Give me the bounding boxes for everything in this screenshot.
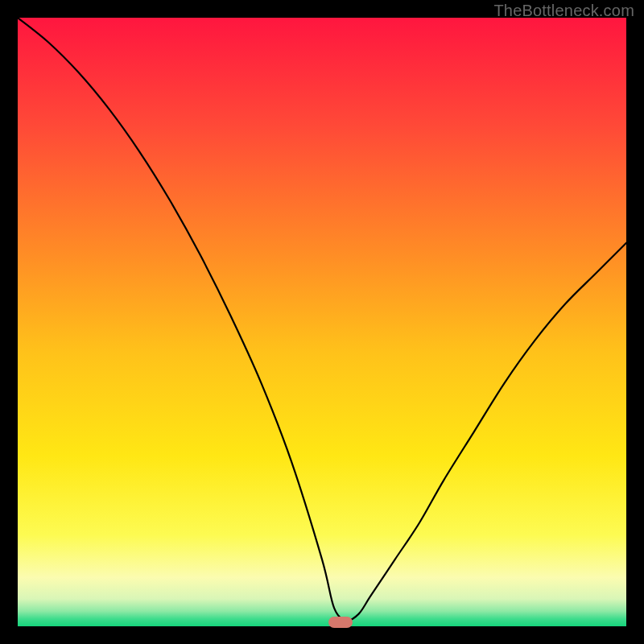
- bottleneck-marker: [328, 617, 353, 628]
- watermark-label: TheBottleneck.com: [493, 2, 634, 20]
- plot-svg: [18, 18, 626, 626]
- chart-frame: TheBottleneck.com: [0, 0, 644, 644]
- plot-area: [18, 18, 626, 626]
